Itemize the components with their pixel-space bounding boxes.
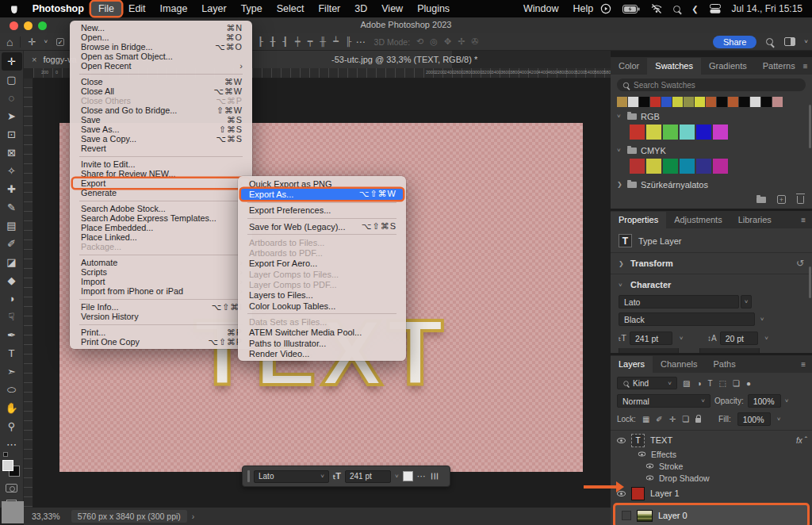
file-menu-item-import[interactable]: Import› [70, 277, 252, 286]
reset-transform-icon[interactable]: ↺ [796, 258, 804, 269]
home-icon[interactable]: ⌂ [6, 36, 13, 48]
file-menu-item-close-all[interactable]: Close All⌥⌘W [70, 86, 252, 96]
delete-icon[interactable] [797, 196, 804, 204]
filter-kind-select[interactable]: Kind ˅ [617, 377, 677, 389]
layer-thumbnail[interactable] [631, 487, 645, 500]
tab-channels[interactable]: Channels [653, 356, 705, 373]
foreground-color[interactable] [2, 460, 13, 471]
export-menu-item-export-as[interactable]: Export As...⌥⇧⌘W [241, 189, 403, 199]
filter-adjustment-icon[interactable]: ◑ [696, 379, 701, 388]
filter-shape-icon[interactable]: ⬚ [719, 379, 726, 388]
swatch-search-input[interactable]: Search Swatches [617, 79, 806, 91]
auto-select-checkbox[interactable]: ✓ [56, 38, 64, 46]
swatch[interactable] [628, 97, 638, 107]
swatch[interactable] [728, 97, 738, 107]
menubar-item-file[interactable]: File [91, 2, 121, 16]
smudge-tool[interactable]: ☟ [2, 308, 22, 326]
stage-manager-icon[interactable] [710, 4, 721, 13]
swatch[interactable] [646, 159, 661, 174]
menubar-item-3d[interactable]: 3D [347, 2, 374, 16]
shape-tool[interactable]: ⬭ [2, 381, 22, 399]
drop-shadow-effect-row[interactable]: Drop Shadow [611, 472, 812, 484]
menubar-item-edit[interactable]: Edit [121, 2, 153, 16]
gradient-tool[interactable]: ◆ [2, 271, 22, 289]
export-menu-item-export-for-aero[interactable]: Export For Aero... [238, 259, 406, 269]
zoom-level[interactable]: 33,33% [32, 512, 60, 521]
swatch[interactable] [663, 125, 678, 140]
fill-field[interactable]: 100% [737, 412, 771, 426]
zoom-tool[interactable]: ⚲ [2, 417, 22, 435]
file-menu-item-generate[interactable]: Generate› [70, 188, 252, 197]
export-menu-item-export-preferences[interactable]: Export Preferences... [238, 205, 406, 216]
swatch[interactable] [695, 97, 705, 107]
tab-properties[interactable]: Properties [611, 212, 666, 228]
scrollbar[interactable] [809, 266, 811, 298]
font-family-field[interactable]: Lato ˅ [254, 470, 329, 483]
align-middle-icon[interactable]: ┿ [295, 36, 301, 47]
more-options-icon[interactable]: ⋯ [356, 36, 366, 48]
chevron-down-icon[interactable]: ˅ [785, 397, 789, 404]
file-menu-item-print[interactable]: Print...⌘P [70, 328, 252, 337]
new-swatch-icon[interactable]: + [777, 195, 786, 204]
panel-menu-icon[interactable]: ≡ [803, 62, 808, 71]
tab-gradients[interactable]: Gradients [701, 58, 755, 75]
more-tools[interactable]: ⋯ [2, 435, 22, 454]
filter-type-icon[interactable]: T [708, 379, 713, 388]
healing-brush-tool[interactable]: ✚ [2, 180, 22, 198]
distribute-top-icon[interactable]: ┯ [308, 36, 313, 47]
tab-paths[interactable]: Paths [706, 356, 744, 373]
swatch[interactable] [713, 125, 728, 140]
layer-row-text[interactable]: T TEXT fx ˆ [611, 432, 812, 448]
layer-row-layer0[interactable]: Layer 0 [615, 505, 807, 525]
file-menu-item-new[interactable]: New...⌘N [70, 23, 252, 33]
new-group-icon[interactable] [756, 197, 766, 203]
swatch[interactable] [663, 159, 678, 174]
file-menu-item-print-one-copy[interactable]: Print One Copy⌥⇧⌘P [70, 337, 252, 347]
expand-caret-icon[interactable]: ˅ [619, 282, 625, 289]
swatch[interactable] [684, 97, 694, 107]
menubar-item-view[interactable]: View [374, 2, 410, 16]
distribute-center-icon[interactable]: ╫ [320, 36, 326, 47]
swatch-group-header[interactable]: ˅CMYK [611, 144, 812, 157]
transform-section-label[interactable]: Transform [630, 259, 673, 268]
menubar-item-photoshop[interactable]: Photoshop [25, 2, 91, 16]
chevron-down-icon[interactable]: ˅ [756, 316, 768, 323]
visibility-eye-icon[interactable] [646, 476, 653, 481]
tab-color[interactable]: Color [611, 58, 647, 75]
collapse-caret-icon[interactable]: ❯ [619, 260, 625, 267]
color-chips[interactable] [2, 457, 21, 477]
filter-image-icon[interactable]: ▨ [683, 379, 690, 388]
menubar-item-type[interactable]: Type [234, 2, 270, 16]
file-menu-item-automate[interactable]: Automate› [70, 258, 252, 267]
file-menu-item-search-adobe-stock[interactable]: Search Adobe Stock... [70, 204, 252, 213]
font-size-field[interactable]: 241 pt [630, 331, 672, 345]
menubar-item-select[interactable]: Select [270, 2, 312, 16]
quick-mask-icon[interactable] [6, 484, 17, 492]
export-menu-item-atem-switcher-media-pool[interactable]: ATEM Switcher Media Pool... [238, 328, 406, 338]
frame-tool[interactable]: ⊠ [2, 144, 22, 162]
settings-sliders-icon[interactable]: ☰ [429, 473, 439, 481]
visibility-toggle-empty[interactable] [622, 511, 631, 520]
effects-row[interactable]: Effects [611, 448, 812, 460]
export-menu-item-quick-export-as-png[interactable]: Quick Export as PNG [238, 178, 406, 189]
file-menu-item-save-as[interactable]: Save As...⇧⌘S [70, 125, 252, 134]
chevron-down-icon[interactable]: ˅ [44, 38, 48, 45]
menubar-item-plugins[interactable]: Plugins [410, 2, 457, 16]
opacity-field[interactable]: 100% [748, 394, 781, 408]
swatch[interactable] [650, 97, 661, 107]
more-icon[interactable]: ⋯ [417, 471, 427, 481]
hand-tool[interactable]: ✋ [2, 399, 22, 417]
lasso-tool[interactable]: ◌ [2, 89, 22, 107]
menubar-item-image[interactable]: Image [153, 2, 195, 16]
align-right-icon[interactable]: ┨ [282, 36, 288, 47]
layer-thumbnail[interactable]: T [631, 434, 645, 447]
file-menu-item-file-info[interactable]: File Info...⌥⇧⌘I [70, 302, 252, 312]
tab-layers[interactable]: Layers [611, 356, 653, 373]
layer-thumbnail[interactable] [637, 510, 653, 522]
chevron-down-icon[interactable]: ˅ [395, 473, 399, 480]
visibility-eye-icon[interactable] [646, 464, 653, 469]
chevron-down-icon[interactable]: ˅ [741, 295, 752, 308]
vertical-ruler[interactable] [24, 68, 33, 508]
swatch[interactable] [639, 97, 649, 107]
leading-field[interactable]: 20 pt [720, 331, 758, 345]
